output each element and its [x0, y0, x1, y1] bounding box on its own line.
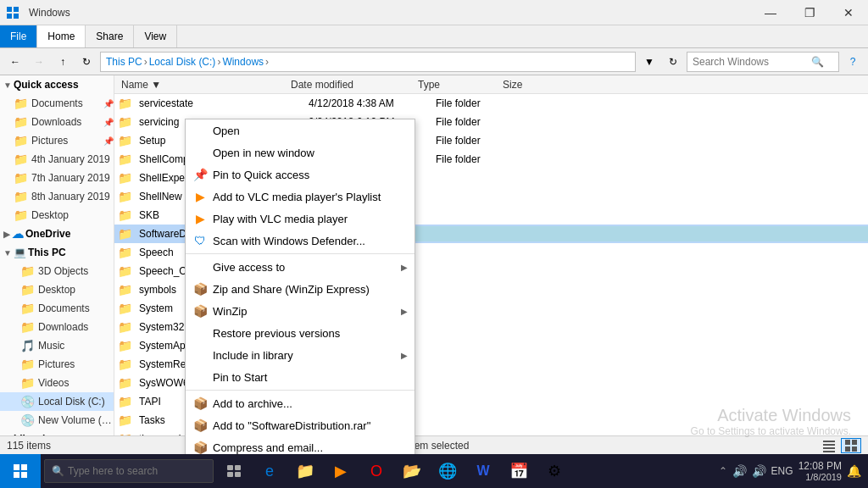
tab-home[interactable]: Home — [37, 25, 86, 47]
ctx-give-access[interactable]: Give access to ▶ — [186, 256, 415, 278]
tab-share[interactable]: Share — [86, 25, 134, 47]
sidebar-item-3dobjects[interactable]: 📁 3D Objects — [0, 262, 114, 280]
sidebar-group-thispc[interactable]: ▼ 💻 This PC — [0, 243, 114, 262]
tray-network-icon[interactable]: 🔊 — [732, 464, 747, 478]
ctx-winzip[interactable]: 📦 WinZip ▶ — [186, 300, 415, 322]
close-button[interactable]: ✕ — [829, 0, 868, 25]
tray-volume-icon[interactable]: 🔊 — [752, 464, 766, 478]
ctx-open[interactable]: Open — [186, 119, 415, 141]
window-title: Windows — [25, 7, 751, 19]
start-button[interactable] — [0, 454, 41, 488]
thispc-label: This PC — [28, 247, 66, 258]
tray-icon-up[interactable]: ⌃ — [719, 465, 727, 477]
sidebar-item-videos[interactable]: 📁 Videos — [0, 374, 114, 392]
sidebar-item-localdisk[interactable]: 💿 Local Disk (C:) — [0, 392, 114, 411]
taskbar-search-input[interactable] — [68, 465, 186, 477]
taskbar-time: 12:08 PM — [798, 460, 842, 472]
tray-lang[interactable]: ENG — [771, 465, 793, 477]
defender-icon: 🛡 — [192, 233, 208, 248]
sidebar-item-pictures[interactable]: 📁 Pictures 📌 — [0, 131, 114, 150]
winzip2-icon: 📦 — [192, 303, 208, 319]
ctx-vlc-play[interactable]: ▶ Play with VLC media player — [186, 208, 415, 230]
quickaccess-toggle[interactable]: ▼ — [3, 80, 12, 90]
taskbar-clock[interactable]: 12:08 PM 1/8/2019 — [798, 460, 842, 482]
refresh-address-button[interactable]: ↻ — [663, 52, 683, 72]
ctx-add-archive[interactable]: 📦 Add to archive... — [186, 392, 415, 414]
sidebar-item-documents[interactable]: 📁 Documents 📌 — [0, 94, 114, 113]
folder2-icon[interactable]: 📂 — [395, 454, 429, 488]
view-details-button[interactable] — [819, 438, 839, 453]
ctx-vlc-playlist[interactable]: ▶ Add to VLC media player's Playlist — [186, 186, 415, 208]
dropdown-button[interactable]: ▼ — [639, 52, 659, 72]
chrome-icon[interactable]: 🌐 — [431, 454, 465, 488]
taskbar-search-bar[interactable]: 🔍 — [44, 459, 214, 483]
taskview-button[interactable] — [217, 454, 251, 488]
ctx-winzip-share[interactable]: 📦 Zip and Share (WinZip Express) — [186, 278, 415, 300]
svg-rect-9 — [852, 440, 857, 445]
explorer-icon[interactable]: 📁 — [288, 454, 322, 488]
tab-file[interactable]: File — [0, 25, 37, 47]
forward-button[interactable]: → — [29, 52, 49, 72]
opera-icon[interactable]: O — [359, 454, 393, 488]
sidebar-group-onedrive[interactable]: ▶ ☁ OneDrive — [0, 225, 114, 243]
view-large-icons-button[interactable] — [841, 438, 861, 453]
col-header-name[interactable]: Name ▼ — [118, 79, 287, 91]
help-button[interactable]: ? — [843, 52, 863, 72]
thispc-toggle[interactable]: ▼ — [3, 248, 12, 258]
ctx-open-new-window[interactable]: Open in new window — [186, 141, 415, 164]
breadcrumb[interactable]: This PC › Local Disk (C:) › Windows › — [100, 52, 636, 72]
svg-rect-8 — [845, 440, 850, 445]
calendar-icon[interactable]: 📅 — [502, 454, 536, 488]
svg-rect-3 — [14, 14, 19, 19]
svg-rect-6 — [823, 447, 835, 449]
onedrive-toggle[interactable]: ▶ — [3, 230, 10, 239]
notification-icon[interactable]: 🔔 — [847, 464, 861, 478]
sidebar-item-downloads[interactable]: 📁 Downloads 📌 — [0, 113, 114, 131]
svg-rect-1 — [14, 7, 19, 12]
sidebar-item-4thjan[interactable]: 📁 4th January 2019 — [0, 150, 114, 169]
sidebar-item-music[interactable]: 🎵 Music — [0, 336, 114, 355]
col-header-type[interactable]: Type — [415, 79, 499, 91]
folder-icon: 📁 — [118, 302, 132, 315]
edge-icon[interactable]: e — [253, 454, 287, 488]
sidebar-item-desktop-quick[interactable]: 📁 Desktop — [0, 206, 114, 225]
sidebar-item-7thjan[interactable]: 📁 7th January 2019 — [0, 169, 114, 187]
maximize-button[interactable]: ❐ — [790, 0, 829, 25]
search-input[interactable] — [693, 56, 811, 68]
col-header-size[interactable]: Size — [499, 79, 567, 91]
folder-icon: 📁 — [118, 171, 132, 185]
vlc-taskbar-icon[interactable]: ▶ — [324, 454, 358, 488]
refresh-button[interactable]: ↻ — [76, 52, 97, 72]
sidebar-item-desktop[interactable]: 📁 Desktop — [0, 280, 114, 299]
tab-view[interactable]: View — [134, 25, 177, 47]
watermark-subtitle: Go to Settings to activate Windows. — [691, 425, 851, 437]
disk-icon: 💿 — [20, 395, 35, 408]
sidebar-item-docs[interactable]: 📁 Documents — [0, 299, 114, 318]
up-button[interactable]: ↑ — [53, 52, 73, 72]
ctx-include-library[interactable]: Include in library ▶ — [186, 344, 415, 366]
search-icon[interactable]: 🔍 — [811, 56, 824, 68]
sidebar-group-quickaccess[interactable]: ▼ Quick access — [0, 75, 114, 94]
ctx-pin-start[interactable]: Pin to Start — [186, 366, 415, 388]
sidebar-item-newvolume[interactable]: 💿 New Volume (D:) — [0, 411, 114, 430]
back-button[interactable]: ← — [5, 52, 25, 72]
svg-rect-18 — [227, 472, 233, 477]
breadcrumb-disk[interactable]: Local Disk (C:) — [149, 56, 216, 68]
thispc-icon: 💻 — [14, 247, 26, 258]
folder-icon: 📁 — [118, 339, 132, 352]
word-icon[interactable]: W — [466, 454, 500, 488]
folder-icon: 📁 — [118, 358, 132, 371]
table-row[interactable]: 📁 servicestate 4/12/2018 4:38 AM File fo… — [114, 94, 868, 113]
ctx-pin-quick[interactable]: 📌 Pin to Quick access — [186, 164, 415, 186]
breadcrumb-windows[interactable]: Windows — [222, 56, 264, 68]
ctx-add-rar[interactable]: 📦 Add to "SoftwareDistribution.rar" — [186, 414, 415, 436]
sidebar-item-dl[interactable]: 📁 Downloads — [0, 318, 114, 336]
sidebar-item-pics[interactable]: 📁 Pictures — [0, 355, 114, 374]
settings-icon[interactable]: ⚙ — [537, 454, 571, 488]
breadcrumb-pc[interactable]: This PC — [106, 56, 142, 68]
minimize-button[interactable]: — — [751, 0, 790, 25]
sidebar-item-8thjan[interactable]: 📁 8th January 2019 — [0, 187, 114, 206]
col-header-date[interactable]: Date modified — [287, 79, 415, 91]
ctx-restore[interactable]: Restore previous versions — [186, 322, 415, 344]
ctx-defender[interactable]: 🛡 Scan with Windows Defender... — [186, 230, 415, 252]
